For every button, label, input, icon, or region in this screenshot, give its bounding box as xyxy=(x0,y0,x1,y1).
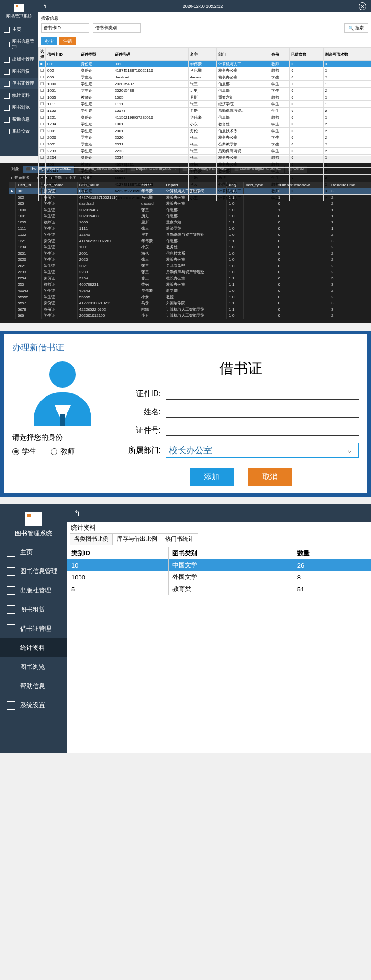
table-row[interactable]: ☐2021学生证2021张三公共教学部学生02 xyxy=(39,141,371,148)
table-row[interactable]: 2001学生证2001海伦信息技术系1 002 xyxy=(9,250,371,256)
nav-item[interactable]: 主页 xyxy=(0,543,67,562)
checkbox[interactable]: ☐ xyxy=(39,94,46,101)
table-row[interactable]: ☐2233学生证2233张三后勤保障与资...学生02 xyxy=(39,148,371,155)
table-row[interactable]: ☐2020学生证2020张三校长办公室学生02 xyxy=(39,134,371,141)
checkbox[interactable]: ☐ xyxy=(39,195,46,201)
nav-item[interactable]: 借书证管理 xyxy=(0,619,67,638)
checkbox[interactable]: ☐ xyxy=(39,134,46,141)
search-button[interactable]: 🔍 搜索 xyxy=(344,23,368,33)
checkbox[interactable]: ■ xyxy=(39,61,46,67)
nav-item[interactable]: 主页 xyxy=(0,23,38,35)
checkbox[interactable]: ☐ xyxy=(39,67,46,74)
nav-item[interactable]: 借书证管理 xyxy=(0,78,38,89)
table-row[interactable]: ☐666学生证202001012100小王计算机与人工...学生02 xyxy=(39,195,371,201)
checkbox[interactable]: ☐ xyxy=(39,181,46,188)
nav-item[interactable]: 出版社管理 xyxy=(0,581,67,600)
back-icon[interactable]: ↰ xyxy=(43,4,47,9)
input-name[interactable] xyxy=(166,406,359,418)
table-row[interactable]: 1000学生证202015487张三信息部1 011 xyxy=(9,207,371,213)
table-row[interactable]: ☐1234学生证1001小东教务处学生02 xyxy=(39,121,371,128)
table-row[interactable]: ■001身份证001华伟豪计算机与人工...教师03 xyxy=(39,61,371,67)
table-row[interactable]: ☐1005教师证1005里斯重案六组教师03 xyxy=(39,94,371,101)
table-row[interactable]: 1005教师证1005里斯重案六组1 103 xyxy=(9,219,371,225)
table-row[interactable]: 666学生证202001012100小王计算机与人工智能学院1 002 xyxy=(9,312,371,319)
table-row[interactable]: ☐002身份证418745188710021110马化腾校长办公室教师03 xyxy=(39,67,371,74)
input-cert[interactable] xyxy=(166,424,359,436)
checkbox[interactable]: ☐ xyxy=(39,81,46,88)
radio-student[interactable]: 学生 xyxy=(12,447,36,456)
tab[interactable]: 库存与借出比例 xyxy=(112,533,161,545)
search-type-select[interactable]: 借书卡类别 xyxy=(93,23,141,33)
table-row[interactable]: ☐2234身份证2234张三校长办公室教师03 xyxy=(39,155,371,161)
checkbox[interactable]: ☐ xyxy=(39,175,46,181)
cancel-button[interactable]: 取消 xyxy=(248,468,292,486)
table-row[interactable]: 1221身份证411502199907287(华伟豪信息部1 103 xyxy=(9,238,371,244)
checkbox[interactable]: ☐ xyxy=(39,121,46,128)
table-row[interactable]: ☐250教师证465798231炸锅校长办公室教师03 xyxy=(39,161,371,168)
tab[interactable]: 热门书统计 xyxy=(161,533,198,545)
nav-item[interactable]: 帮助信息 xyxy=(0,113,38,125)
nav-item[interactable]: 图书租赁 xyxy=(0,66,38,78)
nav-item[interactable]: 统计资料 xyxy=(0,638,67,657)
table-row[interactable]: 1001学生证202015488历史信息部1 001 xyxy=(9,213,371,219)
checkbox[interactable]: ☐ xyxy=(39,161,46,168)
table-row[interactable]: 5教育类51 xyxy=(67,583,371,595)
table-row[interactable]: ☐2001学生证2001海伦信息技术系学生02 xyxy=(39,128,371,134)
checkbox[interactable]: ☐ xyxy=(39,155,46,161)
nav-item[interactable]: 图书租赁 xyxy=(0,600,67,619)
checkbox[interactable]: ☐ xyxy=(39,128,46,134)
table-row[interactable]: 55555学生证55555小米教控1 002 xyxy=(9,294,371,300)
tool-button[interactable]: ▸ 开始事务 xyxy=(11,175,30,180)
tab[interactable]: 各类图书比例 xyxy=(70,533,113,545)
nav-item[interactable]: 统计资料 xyxy=(0,89,38,101)
table-row[interactable]: 250教师证465798231炸锅校长办公室1 103 xyxy=(9,281,371,288)
table-row[interactable]: ☐1000学生证202015487张三信息部学生11 xyxy=(39,81,371,88)
card-button[interactable]: 办卡 xyxy=(41,37,57,45)
nav-item[interactable]: 帮助信息 xyxy=(0,677,67,696)
table-row[interactable]: 5557身份证41272818871021:马云外国语学院1 103 xyxy=(9,300,371,306)
table-row[interactable]: 2020学生证2020张三校长办公室1 002 xyxy=(9,256,371,263)
search-field-select[interactable]: 借书卡ID xyxy=(41,23,89,33)
table-row[interactable]: ☐5557身份证412728188710212113马云外国语学院教师03 xyxy=(39,181,371,188)
table-row[interactable]: 1111学生证1111张三经济学院1 001 xyxy=(9,225,371,232)
checkbox[interactable]: ☐ xyxy=(39,74,46,81)
nav-item[interactable]: 图书浏览 xyxy=(0,657,67,677)
nav-item[interactable]: 图书信息管理 xyxy=(0,562,67,581)
table-row[interactable]: ☐005学生证dasdsaddasasd校长办公室学生02 xyxy=(39,74,371,81)
checkbox[interactable]: ☐ xyxy=(39,148,46,155)
nav-item[interactable]: 系统设置 xyxy=(0,125,38,137)
table-row[interactable]: 2233学生证2233张三后勤保障与资产管理处1 002 xyxy=(9,269,371,275)
checkbox[interactable]: ☐ xyxy=(39,141,46,148)
delete-button[interactable]: 注销 xyxy=(59,37,76,45)
table-row[interactable]: 10中国文学26 xyxy=(67,559,371,571)
radio-teacher[interactable]: 教师 xyxy=(51,447,75,456)
close-icon[interactable]: ✕ xyxy=(359,2,366,10)
table-row[interactable]: ☐1001学生证202015488历史信息部学生02 xyxy=(39,88,371,94)
checkbox[interactable]: ☐ xyxy=(39,108,46,114)
nav-item[interactable]: 出版社管理 xyxy=(0,54,38,66)
table-row[interactable]: 45343学生证45343华伟豪教学部1 002 xyxy=(9,288,371,294)
nav-item[interactable]: 图书信息管理 xyxy=(0,35,38,54)
table-row[interactable]: ☐1122学生证12345里斯后勤保障与资...学生02 xyxy=(39,108,371,114)
back-icon[interactable]: ↰ xyxy=(74,509,80,518)
checkbox[interactable]: ☐ xyxy=(39,88,46,94)
table-row[interactable]: 1122学生证12345里斯后勤保障与资产管理处1 002 xyxy=(9,232,371,238)
nav-item[interactable]: 图书浏览 xyxy=(0,101,38,113)
checkbox[interactable]: ☐ xyxy=(39,101,46,108)
table-row[interactable]: ☐55555学生证55555小米教控学生02 xyxy=(39,175,371,181)
table-row[interactable]: 5678身份证42226522 6652FGB计算机与人工智能学院1 103 xyxy=(9,306,371,312)
table-row[interactable]: 2021学生证2021张三公共教学部1 002 xyxy=(9,263,371,269)
table-row[interactable]: 1000外国文学8 xyxy=(67,571,371,583)
checkbox[interactable]: ☐ xyxy=(39,188,46,195)
table-row[interactable]: ☐1221身份证411502199907287010华伟豪信息部教师03 xyxy=(39,114,371,121)
checkbox[interactable]: ☐ xyxy=(39,168,46,175)
table-row[interactable]: ☐5678身份证42226522 6652FGB计算机与人工...教师03 xyxy=(39,188,371,195)
table-row[interactable]: ☐1111学生证1111张三经济学院学生01 xyxy=(39,101,371,108)
checkbox[interactable]: ☐ xyxy=(39,114,46,121)
table-row[interactable]: 2234身份证2234张三校长办公室1 103 xyxy=(9,275,371,281)
table-row[interactable]: ☐45343学生证45343华伟豪教学部学生02 xyxy=(39,168,371,175)
add-button[interactable]: 添加 xyxy=(190,468,234,486)
nav-item[interactable]: 系统设置 xyxy=(0,696,67,715)
table-row[interactable]: 1234学生证1001小东教务处1 002 xyxy=(9,244,371,250)
input-id[interactable] xyxy=(166,388,359,400)
